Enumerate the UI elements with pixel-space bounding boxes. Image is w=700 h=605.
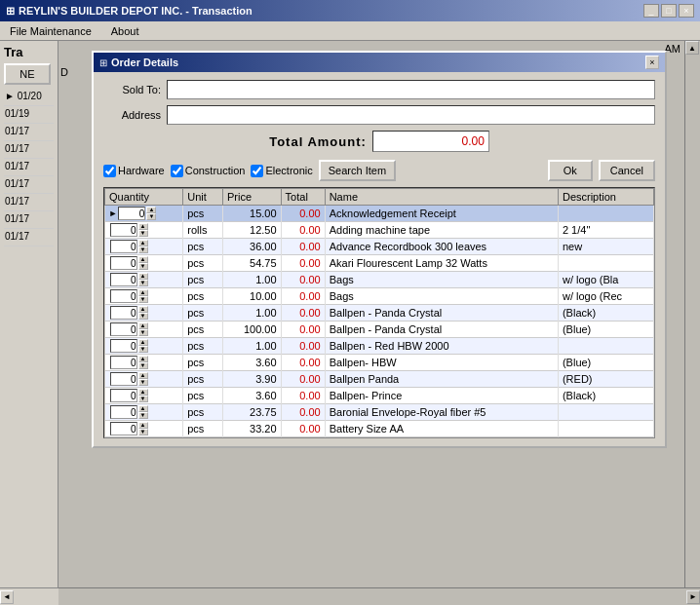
spin-down[interactable]: ▼: [138, 329, 148, 336]
table-row[interactable]: ▲ ▼ pcs3.600.00Ballpen- Prince(Black): [105, 388, 654, 404]
table-row[interactable]: ▲ ▼ pcs3.900.00Ballpen Panda(RED): [105, 371, 654, 388]
qty-spinner: ▲ ▼: [138, 405, 148, 419]
total-cell: 0.00: [281, 288, 325, 305]
table-row[interactable]: ▲ ▼ pcs1.000.00Ballpen - Panda Crystal(B…: [105, 305, 654, 321]
hardware-checkbox-label[interactable]: Hardware: [103, 165, 165, 177]
spin-down[interactable]: ▼: [138, 379, 148, 386]
price-cell: 10.00: [223, 288, 282, 305]
qty-input[interactable]: [110, 306, 137, 320]
maximize-button[interactable]: □: [661, 4, 677, 18]
spin-down[interactable]: ▼: [138, 412, 148, 419]
sold-to-input[interactable]: [167, 80, 655, 99]
spin-up[interactable]: ▲: [146, 207, 156, 213]
col-header-name: Name: [325, 189, 558, 206]
table-row[interactable]: ▲ ▼ pcs54.750.00Akari Flourescent Lamp 3…: [105, 255, 654, 272]
qty-cell: ▲ ▼: [105, 338, 183, 355]
qty-input[interactable]: [110, 339, 137, 353]
search-item-button[interactable]: Search Item: [319, 160, 396, 181]
spin-up[interactable]: ▲: [138, 356, 148, 362]
qty-spinner: ▲ ▼: [138, 422, 148, 435]
spin-up[interactable]: ▲: [138, 422, 148, 429]
menu-bar: File Maintenance About: [0, 21, 700, 41]
unit-cell: pcs: [183, 388, 223, 404]
spin-up[interactable]: ▲: [138, 289, 148, 296]
price-cell: 36.00: [223, 239, 282, 255]
list-item[interactable]: 01/17: [4, 159, 54, 176]
list-item[interactable]: 01/17: [4, 124, 54, 141]
electronic-checkbox[interactable]: [251, 165, 263, 177]
new-button[interactable]: NE: [4, 63, 51, 85]
qty-input[interactable]: [110, 240, 137, 253]
qty-input[interactable]: [110, 356, 137, 369]
table-row[interactable]: ▲ ▼ pcs1.000.00Ballpen - Red HBW 2000: [105, 338, 654, 355]
scroll-left-button[interactable]: ◄: [0, 590, 14, 604]
qty-input[interactable]: [110, 273, 137, 286]
spin-down[interactable]: ▼: [138, 313, 148, 320]
table-row[interactable]: ▲ ▼ pcs33.200.00Battery Size AA: [105, 421, 654, 437]
total-amount-input[interactable]: [372, 131, 489, 152]
qty-input[interactable]: [110, 372, 137, 386]
list-item[interactable]: 01/17: [4, 229, 54, 246]
spin-down[interactable]: ▼: [138, 263, 148, 270]
menu-about[interactable]: About: [105, 23, 145, 39]
spin-up[interactable]: ▲: [138, 273, 148, 280]
spin-down[interactable]: ▼: [138, 246, 148, 253]
spin-down[interactable]: ▼: [138, 230, 148, 237]
spin-up[interactable]: ▲: [138, 256, 148, 263]
spin-up[interactable]: ▲: [138, 389, 148, 396]
table-row[interactable]: ▲ ▼ pcs10.000.00Bagsw/ logo (Rec: [105, 288, 654, 305]
spin-up[interactable]: ▲: [138, 240, 148, 246]
qty-input[interactable]: [110, 422, 137, 435]
table-row[interactable]: ▲ ▼ pcs3.600.00Ballpen- HBW(Blue): [105, 355, 654, 371]
qty-input[interactable]: [110, 256, 137, 270]
table-row[interactable]: ▲ ▼ rolls12.500.00Adding machine tape2 1…: [105, 222, 654, 239]
table-row[interactable]: ► ▲ ▼ pcs15.000.00Acknowledgement Receip…: [105, 206, 654, 222]
qty-input[interactable]: [110, 405, 137, 419]
spin-up[interactable]: ▲: [138, 405, 148, 412]
items-table-container[interactable]: Quantity Unit Price Total Name Descripti…: [103, 187, 655, 438]
spin-down[interactable]: ▼: [138, 296, 148, 303]
close-button[interactable]: ×: [679, 4, 694, 18]
dialog-close-button[interactable]: ×: [645, 56, 659, 69]
qty-input[interactable]: [110, 223, 137, 237]
spin-down[interactable]: ▼: [146, 213, 156, 220]
qty-input[interactable]: [118, 207, 145, 220]
list-item[interactable]: ► 01/20: [4, 89, 54, 106]
list-item[interactable]: 01/17: [4, 211, 54, 229]
name-cell: Acknowledgement Receipt: [325, 206, 558, 222]
spin-up[interactable]: ▲: [138, 339, 148, 346]
construction-checkbox[interactable]: [171, 165, 183, 177]
spin-down[interactable]: ▼: [138, 362, 148, 369]
spin-down[interactable]: ▼: [138, 429, 148, 435]
spin-up[interactable]: ▲: [138, 306, 148, 313]
electronic-checkbox-label[interactable]: Electronic: [251, 165, 312, 177]
table-row[interactable]: ▲ ▼ pcs36.000.00Advance Recordbook 300 l…: [105, 239, 654, 255]
qty-cell: ▲ ▼: [105, 388, 183, 404]
table-row[interactable]: ▲ ▼ pcs23.750.00Baronial Envelope-Royal …: [105, 404, 654, 421]
ok-button[interactable]: Ok: [548, 160, 593, 181]
construction-checkbox-label[interactable]: Construction: [171, 165, 246, 177]
list-item[interactable]: 01/19: [4, 106, 54, 124]
list-item[interactable]: 01/17: [4, 194, 54, 211]
qty-input[interactable]: [110, 289, 137, 303]
address-input[interactable]: [167, 105, 655, 125]
qty-cell: ▲ ▼: [105, 305, 183, 321]
spin-up[interactable]: ▲: [138, 372, 148, 379]
spin-down[interactable]: ▼: [138, 396, 148, 402]
spin-up[interactable]: ▲: [138, 322, 148, 329]
spin-down[interactable]: ▼: [138, 346, 148, 353]
qty-input[interactable]: [110, 389, 137, 402]
menu-file-maintenance[interactable]: File Maintenance: [4, 23, 97, 39]
cancel-button[interactable]: Cancel: [599, 160, 655, 181]
table-row[interactable]: ▲ ▼ pcs1.000.00Bagsw/ logo (Bla: [105, 272, 654, 288]
list-item[interactable]: 01/17: [4, 176, 54, 194]
qty-spinner: ▲ ▼: [138, 306, 148, 320]
list-item[interactable]: 01/17: [4, 141, 54, 159]
qty-input[interactable]: [110, 322, 137, 336]
hardware-checkbox[interactable]: [103, 165, 116, 177]
minimize-button[interactable]: _: [643, 4, 659, 18]
spin-down[interactable]: ▼: [138, 280, 148, 286]
col-header-description: Description: [558, 189, 653, 206]
table-row[interactable]: ▲ ▼ pcs100.000.00Ballpen - Panda Crystal…: [105, 321, 654, 338]
spin-up[interactable]: ▲: [138, 223, 148, 230]
